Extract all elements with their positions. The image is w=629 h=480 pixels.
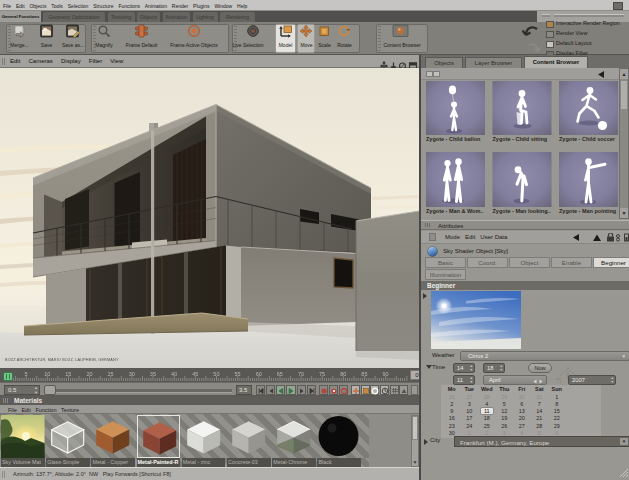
svg-text:BOZZ ARCHITEKTUR, MARIO BOZZ,: BOZZ ARCHITEKTUR, MARIO BOZZ, LAUPHEIM, … [5, 358, 119, 362]
svg-text:?: ? [342, 388, 345, 394]
